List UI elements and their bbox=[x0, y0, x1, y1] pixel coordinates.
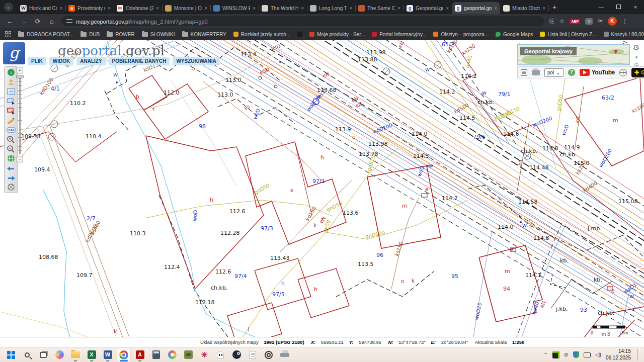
bookmark-item[interactable]: ROWER bbox=[107, 32, 134, 37]
info-icon[interactable]: i bbox=[6, 68, 16, 76]
cast-screen-icon[interactable] bbox=[584, 352, 591, 357]
home-button[interactable]: ⌂ bbox=[47, 18, 56, 25]
steam-icon[interactable] bbox=[230, 348, 243, 361]
task-view-icon[interactable] bbox=[37, 348, 50, 361]
browser-tab[interactable]: gGeoportal.gov× bbox=[404, 2, 452, 14]
arrow-left-icon[interactable] bbox=[6, 164, 16, 172]
zoom-in-icon[interactable] bbox=[6, 135, 16, 143]
menu-item-wyszukiwania[interactable]: WYSZUKIWANIA bbox=[173, 57, 219, 65]
minimize-button[interactable]: — bbox=[593, 1, 610, 14]
send-to-device-icon[interactable]: ⎘ bbox=[549, 18, 554, 25]
tray-chevron-icon[interactable]: ⌃ bbox=[543, 352, 547, 357]
back-button[interactable]: ← bbox=[5, 18, 14, 25]
print-icon[interactable] bbox=[532, 70, 540, 75]
zoom-out-button[interactable]: − bbox=[17, 156, 23, 162]
legend-list-icon[interactable] bbox=[6, 87, 16, 96]
zoom-slider[interactable]: + − bbox=[16, 67, 24, 162]
mini-dot-icon[interactable] bbox=[635, 56, 637, 58]
map-canvas[interactable]: 113.4113.98113.8861/2114.2114.2113.0113.… bbox=[0, 40, 644, 347]
menu-item-analizy[interactable]: ANALIZY bbox=[76, 57, 105, 65]
overview-map[interactable]: ▼ Geoportal krajowy bbox=[517, 44, 630, 65]
calculator-icon[interactable] bbox=[149, 348, 163, 361]
site-info-icon[interactable] bbox=[66, 19, 72, 23]
bookmark-item[interactable]: DUB bbox=[80, 32, 100, 37]
tab-close-icon[interactable]: × bbox=[59, 6, 62, 11]
globe-icon[interactable] bbox=[6, 154, 16, 162]
browser-tab[interactable]: WINSLOW EDI× bbox=[210, 2, 259, 14]
gear-icon[interactable]: ⚙ bbox=[633, 43, 639, 52]
address-bar[interactable]: mapy.geoportal.gov.pl/imap/Imgp_2.html?g… bbox=[61, 16, 544, 26]
acrobat-icon[interactable]: A bbox=[133, 348, 146, 361]
km-icon[interactable]: KM bbox=[6, 126, 16, 134]
youtube-link[interactable]: YouTube bbox=[580, 69, 615, 76]
menu-item-pobieranie-danych[interactable]: POBIERANIE DANYCH bbox=[109, 57, 170, 65]
language-select[interactable]: pol⌄ bbox=[544, 68, 564, 77]
tab-close-icon[interactable]: × bbox=[494, 6, 497, 11]
bookmark-item[interactable]: SŁOWNIKI bbox=[142, 32, 175, 37]
show-desktop-button[interactable] bbox=[637, 349, 639, 361]
search-icon[interactable] bbox=[21, 348, 34, 361]
select-red-icon[interactable] bbox=[6, 107, 16, 115]
tab-close-icon[interactable]: × bbox=[108, 6, 111, 11]
browser-tab[interactable]: WHook and Cod× bbox=[17, 2, 65, 14]
bookmark-item[interactable]: Olsztyn – prognoza... bbox=[433, 32, 489, 37]
tab-close-icon[interactable]: × bbox=[542, 6, 545, 11]
hidden-icons-icon[interactable]: ⊘ bbox=[564, 351, 569, 358]
tab-close-icon[interactable]: × bbox=[156, 6, 159, 11]
tab-close-icon[interactable]: × bbox=[446, 6, 449, 11]
browser-tab[interactable]: ggeoportal.gov× bbox=[452, 2, 500, 14]
mini-eye-icon[interactable] bbox=[634, 63, 638, 66]
spiral-app-icon[interactable] bbox=[262, 348, 275, 361]
bookmark-item[interactable] bbox=[297, 32, 302, 37]
chrome-icon[interactable] bbox=[117, 348, 130, 361]
new-tab-button[interactable]: + bbox=[552, 3, 556, 11]
bookmark-star-icon[interactable]: ☆ bbox=[559, 18, 565, 25]
plugin-icon[interactable]: ✳ bbox=[198, 348, 211, 361]
bookmark-item[interactable]: Rozkład jazdy autob... bbox=[233, 32, 290, 37]
close-button[interactable]: × bbox=[627, 1, 644, 14]
reload-button[interactable]: ⟳ bbox=[33, 18, 42, 25]
browser-tab[interactable]: Long Long Tim× bbox=[307, 2, 355, 14]
adblock-extension-icon[interactable]: ABP bbox=[570, 19, 580, 24]
maximize-button[interactable] bbox=[610, 1, 627, 14]
geoportal-logo[interactable]: g bbox=[3, 42, 25, 64]
apps-grid-icon[interactable] bbox=[5, 31, 11, 37]
copilot-icon[interactable] bbox=[53, 348, 66, 361]
accessibility-icon[interactable] bbox=[619, 69, 627, 76]
tab-close-icon[interactable]: × bbox=[397, 6, 400, 11]
browser-tab[interactable]: aPrzedmioty uż× bbox=[65, 2, 114, 14]
browser-tab[interactable]: The World Has× bbox=[259, 2, 307, 14]
user-icon[interactable] bbox=[6, 78, 16, 86]
start-button[interactable] bbox=[5, 348, 18, 361]
bookmark-item[interactable]: DORADCA PODAT... bbox=[18, 32, 73, 37]
camera-extension-icon[interactable]: ⊙ bbox=[585, 18, 593, 25]
bookmark-item[interactable]: KONWERTERY bbox=[182, 32, 226, 37]
bookmark-item[interactable]: Koszyk / 88,00 zł 3 bbox=[604, 32, 644, 37]
security-shield-icon[interactable] bbox=[573, 351, 579, 358]
notepad-icon[interactable] bbox=[246, 348, 259, 361]
bookmark-item[interactable]: Google Maps bbox=[496, 32, 533, 37]
zoom-out-icon[interactable] bbox=[6, 145, 16, 153]
arrow-right-icon[interactable] bbox=[6, 173, 16, 182]
menu-item-plik[interactable]: PLIK bbox=[28, 57, 46, 65]
select-area-icon[interactable] bbox=[6, 97, 16, 105]
browser-tab[interactable]: MOdebrane (20× bbox=[114, 2, 162, 14]
scanner-icon[interactable] bbox=[278, 348, 291, 361]
browser-tab[interactable]: The Same Coin× bbox=[355, 2, 404, 14]
tab-close-icon[interactable]: × bbox=[349, 6, 352, 11]
paint-icon[interactable] bbox=[166, 348, 179, 361]
measure-icon[interactable] bbox=[6, 116, 16, 124]
excel-icon[interactable]: X bbox=[85, 348, 98, 361]
tab-close-icon[interactable]: × bbox=[204, 6, 207, 11]
crosshair-icon[interactable] bbox=[6, 183, 16, 191]
word-icon[interactable]: W bbox=[101, 348, 114, 361]
tab-close-icon[interactable]: × bbox=[301, 6, 304, 11]
image-editor-icon[interactable] bbox=[182, 348, 195, 361]
ghost-app-icon[interactable] bbox=[214, 348, 227, 361]
tab-close-icon[interactable]: × bbox=[253, 6, 256, 11]
browser-tab[interactable]: Miasto Olsztyn× bbox=[500, 2, 548, 14]
bookmark-item[interactable]: Lista linii | Olsztyn Z... bbox=[540, 32, 596, 37]
taskbar-clock[interactable]: 14:15 06.12.2025 bbox=[606, 348, 631, 361]
zoom-in-button[interactable]: + bbox=[17, 67, 23, 73]
legend-icon[interactable] bbox=[521, 69, 527, 76]
